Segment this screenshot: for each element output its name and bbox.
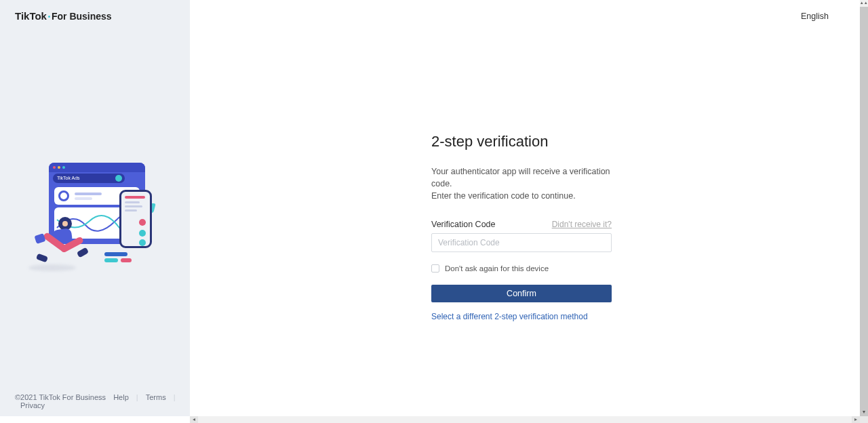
scroll-left-icon[interactable]: ◂ — [190, 416, 198, 423]
footer: ©2021 TikTok For Business Help | Terms |… — [15, 393, 190, 409]
brand-name: TikTok — [15, 10, 47, 22]
scroll-right-icon[interactable]: ▸ — [852, 416, 860, 423]
footer-copyright: ©2021 TikTok For Business — [15, 393, 106, 401]
scrollbar-thumb[interactable] — [860, 7, 868, 408]
alt-method-link[interactable]: Select a different 2-step verification m… — [431, 312, 612, 321]
verification-code-input[interactable] — [431, 233, 612, 252]
brand-suffix: For Business — [52, 11, 112, 22]
brand-dot-icon — [48, 16, 50, 18]
left-sidebar: TikTokFor Business — [0, 0, 190, 416]
language-label: English — [801, 12, 829, 21]
main-content: English 2-step verification Your authent… — [190, 0, 852, 416]
scroll-up-small2-icon[interactable]: ▴ — [864, 1, 868, 5]
vertical-scrollbar[interactable]: ▴ ▴ ▾ — [860, 0, 868, 423]
brand-logo: TikTokFor Business — [15, 10, 112, 22]
footer-link-help[interactable]: Help — [113, 393, 129, 401]
illustration-badge-label: TikTok Ads — [57, 176, 80, 180]
scrollbar-corner — [860, 416, 868, 423]
footer-link-terms[interactable]: Terms — [146, 393, 166, 401]
desc-line-1: Your authenticator app will receive a ve… — [431, 167, 610, 188]
code-field-label: Verification Code — [431, 220, 496, 229]
language-selector[interactable]: English — [801, 12, 829, 21]
remember-device-label: Don't ask again for this device — [445, 264, 549, 273]
desc-line-2: Enter the verification code to continue. — [431, 191, 576, 201]
verification-form: 2-step verification Your authenticator a… — [431, 133, 612, 321]
confirm-button[interactable]: Confirm — [431, 285, 612, 302]
sidebar-illustration: TikTok Ads — [24, 163, 160, 278]
remember-device-checkbox[interactable] — [431, 264, 439, 273]
scroll-down-icon[interactable]: ▾ — [860, 408, 868, 416]
page-title: 2-step verification — [431, 133, 612, 150]
horizontal-scrollbar[interactable]: ◂ ▸ — [190, 416, 860, 423]
didnt-receive-link[interactable]: Didn't receive it? — [552, 220, 612, 229]
page-description: Your authenticator app will receive a ve… — [431, 165, 612, 202]
footer-link-privacy[interactable]: Privacy — [20, 401, 45, 409]
